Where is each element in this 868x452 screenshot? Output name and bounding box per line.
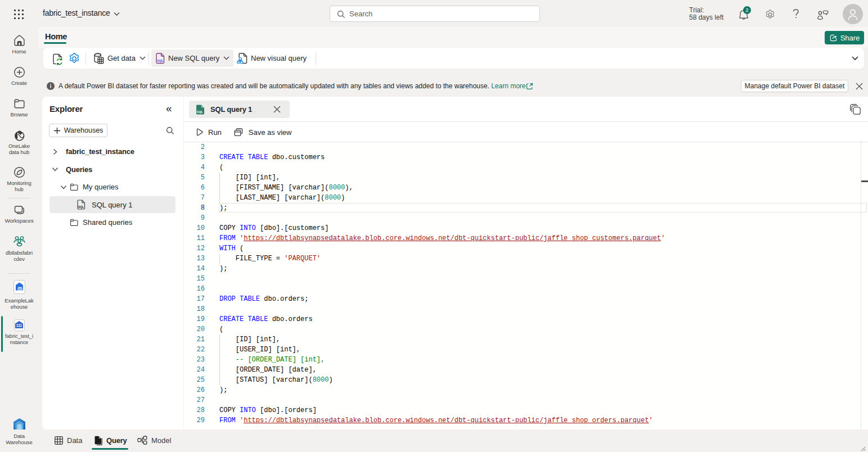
svg-text:SQL: SQL [78, 205, 84, 209]
svg-text:SQL: SQL [157, 59, 164, 62]
svg-text:SQL: SQL [197, 110, 204, 114]
